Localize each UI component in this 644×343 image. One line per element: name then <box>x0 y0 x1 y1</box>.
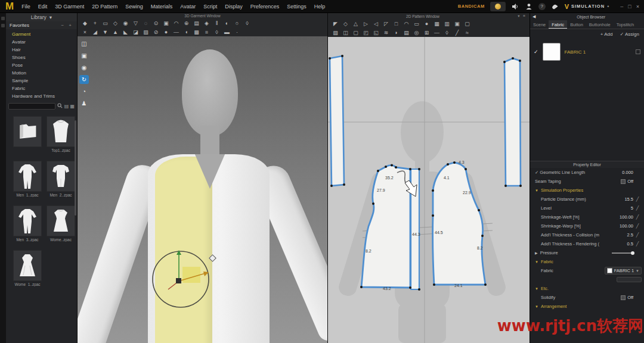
3d-tool-icon-b-4[interactable]: ▲ <box>112 29 119 35</box>
thumbnail-garment[interactable]: Wome_1..zpac <box>13 250 42 286</box>
3d-tool-icon-b-7[interactable]: ▨ <box>142 29 150 35</box>
3d-tool-icon-9[interactable]: ▣ <box>162 20 170 26</box>
menu-5[interactable]: Sewing <box>125 4 143 10</box>
2d-tool-icon-2[interactable]: ◇ <box>342 21 349 27</box>
2d-window-menu-icons[interactable]: ▾ ≡ <box>518 14 530 18</box>
2d-tool-icon-13[interactable]: ▣ <box>453 21 461 27</box>
3d-tool-icon-b-1[interactable]: × <box>81 29 89 35</box>
fabric-list-item[interactable]: ✓ FABRIC 1 <box>530 39 644 64</box>
3d-tool-icon-b-3[interactable]: ▼ <box>101 29 109 35</box>
sidebar-item-hair[interactable]: Hair <box>12 46 77 54</box>
2d-tool-icon-5[interactable]: ◁ <box>372 21 380 27</box>
2d-tool-icon-3[interactable]: △ <box>352 21 360 27</box>
3d-view-toggle-1[interactable]: ◫ <box>79 39 89 48</box>
3d-tool-icon-b-14[interactable]: ◊ <box>213 29 221 35</box>
solidify-toggle[interactable]: Off <box>621 295 633 300</box>
2d-tool-icon-b-11[interactable]: — <box>433 30 441 36</box>
search-input[interactable] <box>8 103 55 110</box>
tab-4[interactable]: Buttonhole <box>586 20 614 29</box>
2d-tool-icon-b-6[interactable]: ≋ <box>382 30 390 36</box>
edit-icon[interactable]: ╱ <box>633 205 642 211</box>
edit-icon[interactable]: ╱ <box>633 232 642 238</box>
menu-12[interactable]: Help <box>314 4 326 10</box>
3d-tool-icon-17[interactable]: ◊ <box>243 20 251 26</box>
2d-tool-icon-14[interactable]: ▢ <box>463 21 471 27</box>
2d-tool-icon-4[interactable]: ▷ <box>362 21 370 27</box>
maximize-button[interactable]: □ <box>628 4 631 10</box>
menu-1[interactable]: File <box>21 4 30 10</box>
coin-badge-icon[interactable] <box>490 2 506 11</box>
menu-2[interactable]: Edit <box>38 4 48 10</box>
3d-tool-icon-16[interactable]: ○ <box>233 20 241 26</box>
favorites-actions[interactable]: − + <box>61 23 73 28</box>
section-fabric[interactable]: ▼Fabric <box>530 257 644 266</box>
3d-view-toggle-2[interactable]: ▣ <box>79 51 89 60</box>
tab-2[interactable]: Fabric <box>549 20 567 29</box>
2d-tool-icon-11[interactable]: ▦ <box>433 21 441 27</box>
2d-tool-icon-b-9[interactable]: ◎ <box>413 30 420 36</box>
3d-tool-icon-1[interactable]: ◆ <box>81 20 89 26</box>
2d-tool-icon-b-7[interactable]: ◗ <box>392 30 400 36</box>
sidebar-item-pose[interactable]: Pose <box>12 61 77 69</box>
3d-view-toggle-5[interactable]: ◔ <box>79 87 89 96</box>
sidebar-item-garment[interactable]: Garment <box>12 30 77 38</box>
3d-tool-icon-12[interactable]: ▤ <box>193 20 200 26</box>
tab-5[interactable]: Topstitch <box>614 20 637 29</box>
menu-4[interactable]: 2D Pattern <box>92 4 117 10</box>
menu-3[interactable]: 3D Garment <box>55 4 84 10</box>
collapse-panel-icon[interactable]: ◀ <box>530 14 538 19</box>
menu-11[interactable]: Settings <box>287 4 306 10</box>
thumbnail-garment[interactable]: Men_3..zpac <box>13 205 42 242</box>
2d-tool-icon-7[interactable]: □ <box>392 21 400 27</box>
3d-view-toggle-4[interactable]: ↻ <box>79 75 89 84</box>
thumbnail-garment[interactable]: Men_2..zpac <box>47 161 75 197</box>
thumbnail-garment[interactable]: Wome..zpac <box>47 205 75 242</box>
3d-view-toggle-6[interactable]: ♟ <box>79 99 89 108</box>
thumbnail-folder[interactable] <box>13 116 42 152</box>
sidebar-item-shoes[interactable]: Shoes <box>12 54 77 61</box>
pressure-slider[interactable] <box>612 252 633 254</box>
2d-tool-icon-b-4[interactable]: ◰ <box>362 30 370 36</box>
2d-tool-icon-9[interactable]: ▭ <box>413 21 420 27</box>
speaker-icon[interactable] <box>511 2 519 11</box>
3d-tool-icon-7[interactable]: ◌ <box>142 20 150 26</box>
fabric-more-icon[interactable] <box>636 49 640 54</box>
3d-tool-icon-b-2[interactable]: ◢ <box>91 29 99 35</box>
2d-tool-icon-12[interactable]: ▥ <box>443 21 451 27</box>
close-button[interactable]: × <box>636 4 639 10</box>
3d-tool-icon-b-8[interactable]: ⊘ <box>152 29 160 35</box>
2d-tool-icon-b-5[interactable]: ◱ <box>372 30 380 36</box>
menu-8[interactable]: Script <box>203 4 217 10</box>
menu-6[interactable]: Materials <box>151 4 173 10</box>
pattern-piece-front[interactable] <box>432 161 487 286</box>
3d-tool-icon-5[interactable]: ◉ <box>122 20 129 26</box>
3d-tool-icon-b-11[interactable]: ◖ <box>182 29 190 35</box>
3d-tool-icon-b-13[interactable]: ≡ <box>203 29 210 35</box>
section-arrangement[interactable]: ▼Arrangement <box>530 302 644 311</box>
2d-tool-icon-b-1[interactable]: ▧ <box>332 30 339 36</box>
fabric-swatch[interactable] <box>543 43 561 61</box>
help-icon[interactable]: ? <box>538 3 546 10</box>
fabric-dropdown[interactable]: FABRIC 1▼ <box>605 267 642 275</box>
3d-tool-icon-8[interactable]: ⊙ <box>152 20 160 26</box>
2d-tool-icon-b-2[interactable]: ◫ <box>342 30 349 36</box>
minimize-button[interactable]: – <box>620 4 623 10</box>
sidebar-item-fabric[interactable]: Fabric <box>12 85 77 92</box>
2d-tool-icon-b-14[interactable]: ≈ <box>463 30 471 36</box>
texture-dropdown[interactable] <box>617 277 642 282</box>
section-simulation-properties[interactable]: ▼Simulation Properties <box>530 186 644 195</box>
simulation-toggle[interactable]: V SIMULATION • <box>565 3 609 10</box>
2d-tool-icon-b-3[interactable]: ▢ <box>352 30 360 36</box>
2d-tool-icon-6[interactable]: ◸ <box>382 21 390 27</box>
pattern-piece-side-right[interactable] <box>503 57 522 187</box>
3d-tool-icon-13[interactable]: ◈ <box>203 20 210 26</box>
3d-tool-icon-b-16[interactable]: · <box>233 29 241 35</box>
3d-tool-icon-10[interactable]: ◠ <box>172 20 180 26</box>
2d-tool-icon-10[interactable]: ● <box>423 21 431 27</box>
library-scrollbar[interactable] <box>75 120 76 216</box>
thumbnail-garment[interactable]: Men_1..zpac <box>13 161 42 197</box>
2d-tool-icon-b-8[interactable]: ▤ <box>402 30 410 36</box>
pattern-piece-back[interactable] <box>360 164 420 291</box>
edit-icon[interactable]: ╱ <box>633 197 642 202</box>
library-header[interactable]: Library ▾ <box>6 13 77 21</box>
